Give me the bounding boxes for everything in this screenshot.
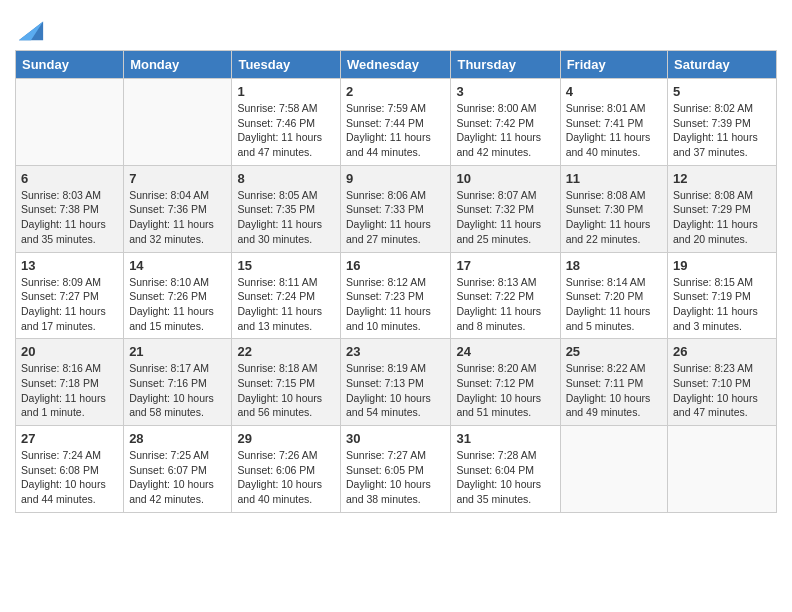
calendar-week-row: 20Sunrise: 8:16 AM Sunset: 7:18 PM Dayli… <box>16 339 777 426</box>
calendar-cell: 10Sunrise: 8:07 AM Sunset: 7:32 PM Dayli… <box>451 165 560 252</box>
day-info: Sunrise: 8:17 AM Sunset: 7:16 PM Dayligh… <box>129 361 226 420</box>
day-number: 4 <box>566 84 662 99</box>
calendar-cell <box>668 426 777 513</box>
calendar-cell: 3Sunrise: 8:00 AM Sunset: 7:42 PM Daylig… <box>451 79 560 166</box>
day-info: Sunrise: 8:04 AM Sunset: 7:36 PM Dayligh… <box>129 188 226 247</box>
calendar-week-row: 13Sunrise: 8:09 AM Sunset: 7:27 PM Dayli… <box>16 252 777 339</box>
calendar-cell <box>560 426 667 513</box>
day-number: 15 <box>237 258 335 273</box>
day-info: Sunrise: 7:27 AM Sunset: 6:05 PM Dayligh… <box>346 448 445 507</box>
day-number: 14 <box>129 258 226 273</box>
calendar-cell: 31Sunrise: 7:28 AM Sunset: 6:04 PM Dayli… <box>451 426 560 513</box>
day-number: 17 <box>456 258 554 273</box>
day-number: 25 <box>566 344 662 359</box>
calendar-week-row: 6Sunrise: 8:03 AM Sunset: 7:38 PM Daylig… <box>16 165 777 252</box>
day-number: 9 <box>346 171 445 186</box>
calendar-cell: 26Sunrise: 8:23 AM Sunset: 7:10 PM Dayli… <box>668 339 777 426</box>
day-info: Sunrise: 7:28 AM Sunset: 6:04 PM Dayligh… <box>456 448 554 507</box>
page: SundayMondayTuesdayWednesdayThursdayFrid… <box>0 0 792 528</box>
calendar-cell: 24Sunrise: 8:20 AM Sunset: 7:12 PM Dayli… <box>451 339 560 426</box>
calendar-cell: 25Sunrise: 8:22 AM Sunset: 7:11 PM Dayli… <box>560 339 667 426</box>
weekday-header-saturday: Saturday <box>668 51 777 79</box>
day-number: 21 <box>129 344 226 359</box>
day-number: 24 <box>456 344 554 359</box>
day-info: Sunrise: 8:11 AM Sunset: 7:24 PM Dayligh… <box>237 275 335 334</box>
calendar-cell: 12Sunrise: 8:08 AM Sunset: 7:29 PM Dayli… <box>668 165 777 252</box>
day-number: 19 <box>673 258 771 273</box>
calendar-cell: 7Sunrise: 8:04 AM Sunset: 7:36 PM Daylig… <box>124 165 232 252</box>
day-number: 11 <box>566 171 662 186</box>
day-info: Sunrise: 8:02 AM Sunset: 7:39 PM Dayligh… <box>673 101 771 160</box>
day-number: 28 <box>129 431 226 446</box>
day-info: Sunrise: 8:09 AM Sunset: 7:27 PM Dayligh… <box>21 275 118 334</box>
day-info: Sunrise: 8:08 AM Sunset: 7:29 PM Dayligh… <box>673 188 771 247</box>
calendar-cell: 22Sunrise: 8:18 AM Sunset: 7:15 PM Dayli… <box>232 339 341 426</box>
calendar-cell: 15Sunrise: 8:11 AM Sunset: 7:24 PM Dayli… <box>232 252 341 339</box>
day-number: 16 <box>346 258 445 273</box>
logo <box>15 18 45 42</box>
day-info: Sunrise: 8:05 AM Sunset: 7:35 PM Dayligh… <box>237 188 335 247</box>
day-number: 7 <box>129 171 226 186</box>
day-info: Sunrise: 8:07 AM Sunset: 7:32 PM Dayligh… <box>456 188 554 247</box>
day-number: 30 <box>346 431 445 446</box>
day-number: 3 <box>456 84 554 99</box>
calendar-cell: 21Sunrise: 8:17 AM Sunset: 7:16 PM Dayli… <box>124 339 232 426</box>
weekday-header-thursday: Thursday <box>451 51 560 79</box>
day-info: Sunrise: 8:20 AM Sunset: 7:12 PM Dayligh… <box>456 361 554 420</box>
day-info: Sunrise: 8:03 AM Sunset: 7:38 PM Dayligh… <box>21 188 118 247</box>
day-info: Sunrise: 8:00 AM Sunset: 7:42 PM Dayligh… <box>456 101 554 160</box>
calendar-cell: 30Sunrise: 7:27 AM Sunset: 6:05 PM Dayli… <box>341 426 451 513</box>
calendar-cell: 6Sunrise: 8:03 AM Sunset: 7:38 PM Daylig… <box>16 165 124 252</box>
day-number: 26 <box>673 344 771 359</box>
day-info: Sunrise: 8:14 AM Sunset: 7:20 PM Dayligh… <box>566 275 662 334</box>
day-info: Sunrise: 8:19 AM Sunset: 7:13 PM Dayligh… <box>346 361 445 420</box>
weekday-header-sunday: Sunday <box>16 51 124 79</box>
day-info: Sunrise: 8:10 AM Sunset: 7:26 PM Dayligh… <box>129 275 226 334</box>
day-number: 31 <box>456 431 554 446</box>
calendar-cell: 5Sunrise: 8:02 AM Sunset: 7:39 PM Daylig… <box>668 79 777 166</box>
calendar-cell: 28Sunrise: 7:25 AM Sunset: 6:07 PM Dayli… <box>124 426 232 513</box>
calendar-cell: 1Sunrise: 7:58 AM Sunset: 7:46 PM Daylig… <box>232 79 341 166</box>
day-info: Sunrise: 7:26 AM Sunset: 6:06 PM Dayligh… <box>237 448 335 507</box>
day-number: 12 <box>673 171 771 186</box>
calendar-table: SundayMondayTuesdayWednesdayThursdayFrid… <box>15 50 777 513</box>
day-info: Sunrise: 8:13 AM Sunset: 7:22 PM Dayligh… <box>456 275 554 334</box>
calendar-cell: 11Sunrise: 8:08 AM Sunset: 7:30 PM Dayli… <box>560 165 667 252</box>
day-number: 18 <box>566 258 662 273</box>
calendar-cell: 19Sunrise: 8:15 AM Sunset: 7:19 PM Dayli… <box>668 252 777 339</box>
logo-icon <box>17 14 45 42</box>
calendar-cell: 2Sunrise: 7:59 AM Sunset: 7:44 PM Daylig… <box>341 79 451 166</box>
day-info: Sunrise: 7:25 AM Sunset: 6:07 PM Dayligh… <box>129 448 226 507</box>
day-number: 2 <box>346 84 445 99</box>
calendar-cell <box>16 79 124 166</box>
calendar-cell: 14Sunrise: 8:10 AM Sunset: 7:26 PM Dayli… <box>124 252 232 339</box>
day-info: Sunrise: 8:22 AM Sunset: 7:11 PM Dayligh… <box>566 361 662 420</box>
day-info: Sunrise: 8:16 AM Sunset: 7:18 PM Dayligh… <box>21 361 118 420</box>
calendar-cell: 8Sunrise: 8:05 AM Sunset: 7:35 PM Daylig… <box>232 165 341 252</box>
calendar-cell: 13Sunrise: 8:09 AM Sunset: 7:27 PM Dayli… <box>16 252 124 339</box>
day-info: Sunrise: 8:15 AM Sunset: 7:19 PM Dayligh… <box>673 275 771 334</box>
day-info: Sunrise: 8:01 AM Sunset: 7:41 PM Dayligh… <box>566 101 662 160</box>
day-number: 27 <box>21 431 118 446</box>
weekday-header-monday: Monday <box>124 51 232 79</box>
calendar-cell <box>124 79 232 166</box>
calendar-cell: 4Sunrise: 8:01 AM Sunset: 7:41 PM Daylig… <box>560 79 667 166</box>
day-info: Sunrise: 7:59 AM Sunset: 7:44 PM Dayligh… <box>346 101 445 160</box>
weekday-header-row: SundayMondayTuesdayWednesdayThursdayFrid… <box>16 51 777 79</box>
calendar-cell: 9Sunrise: 8:06 AM Sunset: 7:33 PM Daylig… <box>341 165 451 252</box>
day-info: Sunrise: 8:06 AM Sunset: 7:33 PM Dayligh… <box>346 188 445 247</box>
header <box>15 10 777 42</box>
weekday-header-tuesday: Tuesday <box>232 51 341 79</box>
calendar-cell: 20Sunrise: 8:16 AM Sunset: 7:18 PM Dayli… <box>16 339 124 426</box>
calendar-cell: 29Sunrise: 7:26 AM Sunset: 6:06 PM Dayli… <box>232 426 341 513</box>
day-info: Sunrise: 7:58 AM Sunset: 7:46 PM Dayligh… <box>237 101 335 160</box>
day-number: 20 <box>21 344 118 359</box>
calendar-cell: 18Sunrise: 8:14 AM Sunset: 7:20 PM Dayli… <box>560 252 667 339</box>
calendar-cell: 16Sunrise: 8:12 AM Sunset: 7:23 PM Dayli… <box>341 252 451 339</box>
calendar-cell: 27Sunrise: 7:24 AM Sunset: 6:08 PM Dayli… <box>16 426 124 513</box>
calendar-cell: 17Sunrise: 8:13 AM Sunset: 7:22 PM Dayli… <box>451 252 560 339</box>
weekday-header-friday: Friday <box>560 51 667 79</box>
day-info: Sunrise: 8:08 AM Sunset: 7:30 PM Dayligh… <box>566 188 662 247</box>
day-number: 5 <box>673 84 771 99</box>
day-number: 8 <box>237 171 335 186</box>
